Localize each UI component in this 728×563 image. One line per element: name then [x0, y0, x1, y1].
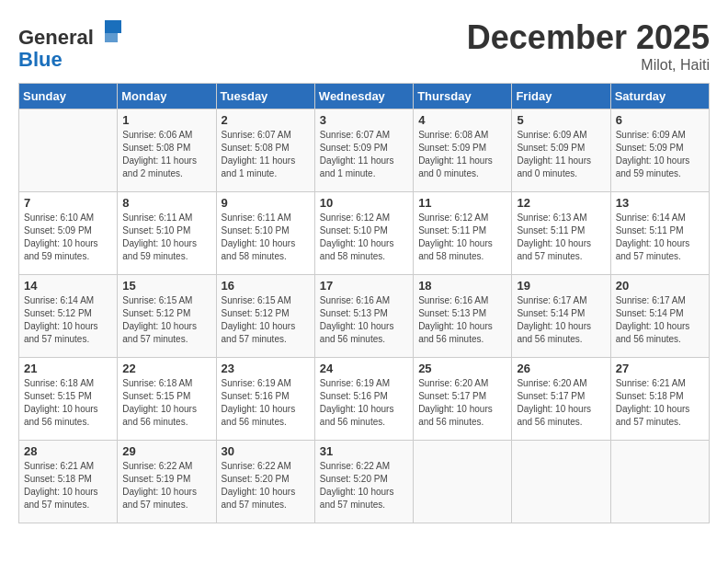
- day-info: Sunrise: 6:11 AMSunset: 5:10 PMDaylight:…: [222, 212, 310, 263]
- day-number: 22: [122, 362, 210, 375]
- calendar-week-row: 28Sunrise: 6:21 AMSunset: 5:18 PMDayligh…: [19, 441, 710, 523]
- calendar-cell: 30Sunrise: 6:22 AMSunset: 5:20 PMDayligh…: [216, 441, 314, 523]
- calendar-cell: 29Sunrise: 6:22 AMSunset: 5:19 PMDayligh…: [118, 441, 216, 523]
- calendar-cell: 4Sunrise: 6:08 AMSunset: 5:09 PMDaylight…: [414, 109, 512, 192]
- day-number: 15: [122, 279, 210, 293]
- day-number: 27: [616, 362, 704, 375]
- day-info: Sunrise: 6:19 AMSunset: 5:16 PMDaylight:…: [320, 377, 408, 429]
- day-info: Sunrise: 6:12 AMSunset: 5:10 PMDaylight:…: [320, 212, 408, 263]
- day-number: 29: [122, 444, 210, 458]
- day-info: Sunrise: 6:09 AMSunset: 5:09 PMDaylight:…: [616, 129, 704, 180]
- weekday-header-friday: Friday: [512, 84, 610, 109]
- calendar-cell: 3Sunrise: 6:07 AMSunset: 5:09 PMDaylight…: [314, 109, 413, 192]
- logo: General Blue: [18, 18, 123, 71]
- day-info: Sunrise: 6:14 AMSunset: 5:11 PMDaylight:…: [616, 212, 704, 263]
- calendar-cell: 12Sunrise: 6:13 AMSunset: 5:11 PMDayligh…: [512, 192, 610, 275]
- calendar-cell: 28Sunrise: 6:21 AMSunset: 5:18 PMDayligh…: [19, 441, 118, 523]
- weekday-header-monday: Monday: [118, 84, 216, 109]
- day-number: 1: [122, 113, 210, 127]
- day-info: Sunrise: 6:20 AMSunset: 5:17 PMDaylight:…: [418, 377, 506, 429]
- day-number: 14: [24, 279, 112, 293]
- day-number: 8: [122, 196, 210, 210]
- day-number: 31: [320, 444, 408, 458]
- calendar-cell: 19Sunrise: 6:17 AMSunset: 5:14 PMDayligh…: [512, 275, 610, 358]
- day-number: 4: [418, 113, 506, 127]
- day-info: Sunrise: 6:20 AMSunset: 5:17 PMDaylight:…: [517, 377, 605, 429]
- calendar-cell: 1Sunrise: 6:06 AMSunset: 5:08 PMDaylight…: [118, 109, 216, 192]
- page-header: General Blue December 2025 Milot, Haiti: [18, 18, 710, 74]
- day-number: 9: [222, 196, 310, 210]
- calendar-header-row: SundayMondayTuesdayWednesdayThursdayFrid…: [19, 84, 710, 109]
- calendar-cell: [414, 441, 512, 523]
- calendar-week-row: 21Sunrise: 6:18 AMSunset: 5:15 PMDayligh…: [19, 358, 710, 441]
- day-number: 20: [616, 279, 704, 293]
- day-info: Sunrise: 6:19 AMSunset: 5:16 PMDaylight:…: [222, 377, 310, 429]
- calendar-cell: 31Sunrise: 6:22 AMSunset: 5:20 PMDayligh…: [314, 441, 413, 523]
- calendar-cell: 18Sunrise: 6:16 AMSunset: 5:13 PMDayligh…: [414, 275, 512, 358]
- weekday-header-wednesday: Wednesday: [314, 84, 413, 109]
- calendar-cell: 9Sunrise: 6:11 AMSunset: 5:10 PMDaylight…: [216, 192, 314, 275]
- day-number: 23: [222, 362, 310, 375]
- day-info: Sunrise: 6:11 AMSunset: 5:10 PMDaylight:…: [122, 212, 210, 263]
- calendar-cell: 23Sunrise: 6:19 AMSunset: 5:16 PMDayligh…: [216, 358, 314, 441]
- calendar-cell: 26Sunrise: 6:20 AMSunset: 5:17 PMDayligh…: [512, 358, 610, 441]
- day-number: 25: [418, 362, 506, 375]
- day-info: Sunrise: 6:18 AMSunset: 5:15 PMDaylight:…: [122, 377, 210, 429]
- calendar-cell: [512, 441, 610, 523]
- calendar-week-row: 14Sunrise: 6:14 AMSunset: 5:12 PMDayligh…: [19, 275, 710, 358]
- day-number: 24: [320, 362, 408, 375]
- day-info: Sunrise: 6:21 AMSunset: 5:18 PMDaylight:…: [24, 460, 112, 511]
- calendar-cell: 10Sunrise: 6:12 AMSunset: 5:10 PMDayligh…: [314, 192, 413, 275]
- day-number: 17: [320, 279, 408, 293]
- day-number: 16: [222, 279, 310, 293]
- day-info: Sunrise: 6:07 AMSunset: 5:09 PMDaylight:…: [320, 129, 408, 180]
- day-info: Sunrise: 6:21 AMSunset: 5:18 PMDaylight:…: [616, 377, 704, 429]
- calendar-cell: 2Sunrise: 6:07 AMSunset: 5:08 PMDaylight…: [216, 109, 314, 192]
- day-info: Sunrise: 6:15 AMSunset: 5:12 PMDaylight:…: [122, 294, 210, 346]
- day-info: Sunrise: 6:06 AMSunset: 5:08 PMDaylight:…: [122, 129, 210, 180]
- day-number: 7: [24, 196, 112, 210]
- calendar-cell: 24Sunrise: 6:19 AMSunset: 5:16 PMDayligh…: [314, 358, 413, 441]
- day-number: 3: [320, 113, 408, 127]
- day-number: 19: [517, 279, 605, 293]
- logo-general-text: General: [18, 26, 94, 49]
- day-number: 11: [418, 196, 506, 210]
- day-info: Sunrise: 6:09 AMSunset: 5:09 PMDaylight:…: [517, 129, 605, 180]
- calendar-cell: 22Sunrise: 6:18 AMSunset: 5:15 PMDayligh…: [118, 358, 216, 441]
- day-number: 28: [24, 444, 112, 458]
- day-info: Sunrise: 6:22 AMSunset: 5:20 PMDaylight:…: [222, 460, 310, 511]
- logo-blue-text: Blue: [18, 48, 63, 71]
- day-info: Sunrise: 6:08 AMSunset: 5:09 PMDaylight:…: [418, 129, 506, 180]
- calendar-week-row: 1Sunrise: 6:06 AMSunset: 5:08 PMDaylight…: [19, 109, 710, 192]
- calendar-cell: [19, 109, 118, 192]
- calendar-cell: 17Sunrise: 6:16 AMSunset: 5:13 PMDayligh…: [314, 275, 413, 358]
- calendar-cell: 13Sunrise: 6:14 AMSunset: 5:11 PMDayligh…: [610, 192, 709, 275]
- calendar-cell: 6Sunrise: 6:09 AMSunset: 5:09 PMDaylight…: [610, 109, 709, 192]
- calendar-week-row: 7Sunrise: 6:10 AMSunset: 5:09 PMDaylight…: [19, 192, 710, 275]
- weekday-header-sunday: Sunday: [19, 84, 118, 109]
- calendar-cell: 14Sunrise: 6:14 AMSunset: 5:12 PMDayligh…: [19, 275, 118, 358]
- day-info: Sunrise: 6:14 AMSunset: 5:12 PMDaylight:…: [24, 294, 112, 346]
- day-info: Sunrise: 6:16 AMSunset: 5:13 PMDaylight:…: [418, 294, 506, 346]
- day-info: Sunrise: 6:13 AMSunset: 5:11 PMDaylight:…: [517, 212, 605, 263]
- svg-marker-1: [105, 31, 118, 42]
- day-info: Sunrise: 6:16 AMSunset: 5:13 PMDaylight:…: [320, 294, 408, 346]
- day-number: 6: [616, 113, 704, 127]
- day-number: 13: [616, 196, 704, 210]
- day-number: 10: [320, 196, 408, 210]
- day-info: Sunrise: 6:10 AMSunset: 5:09 PMDaylight:…: [24, 212, 112, 263]
- day-info: Sunrise: 6:12 AMSunset: 5:11 PMDaylight:…: [418, 212, 506, 263]
- calendar-cell: 8Sunrise: 6:11 AMSunset: 5:10 PMDaylight…: [118, 192, 216, 275]
- day-info: Sunrise: 6:22 AMSunset: 5:19 PMDaylight:…: [122, 460, 210, 511]
- day-number: 21: [24, 362, 112, 375]
- calendar-cell: 15Sunrise: 6:15 AMSunset: 5:12 PMDayligh…: [118, 275, 216, 358]
- calendar-cell: 5Sunrise: 6:09 AMSunset: 5:09 PMDaylight…: [512, 109, 610, 192]
- location-label: Milot, Haiti: [467, 57, 710, 74]
- weekday-header-thursday: Thursday: [414, 84, 512, 109]
- calendar-cell: 21Sunrise: 6:18 AMSunset: 5:15 PMDayligh…: [19, 358, 118, 441]
- logo-icon: [96, 18, 123, 44]
- month-title: December 2025: [467, 18, 710, 57]
- calendar-table: SundayMondayTuesdayWednesdayThursdayFrid…: [18, 83, 710, 523]
- day-info: Sunrise: 6:18 AMSunset: 5:15 PMDaylight:…: [24, 377, 112, 429]
- calendar-cell: 20Sunrise: 6:17 AMSunset: 5:14 PMDayligh…: [610, 275, 709, 358]
